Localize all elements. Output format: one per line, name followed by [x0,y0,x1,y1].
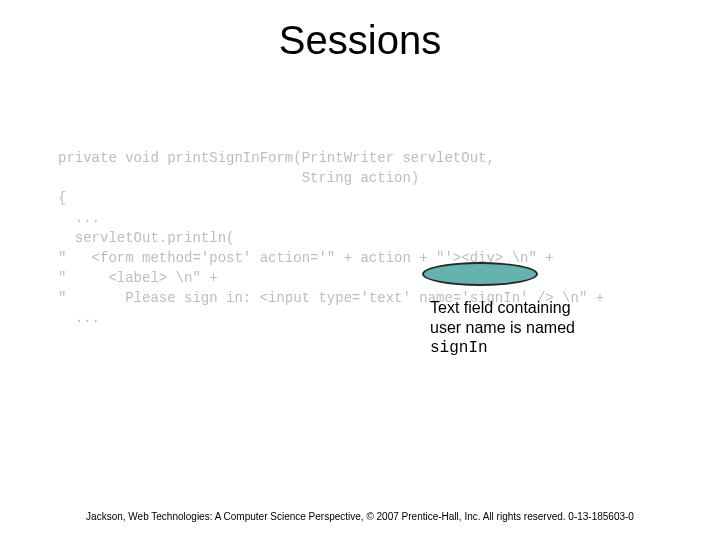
callout-text: Text field containing user name is named… [430,298,575,358]
callout-line-2: user name is named [430,318,575,338]
code-line-3: { [58,190,66,206]
code-line-1: private void printSignInForm(PrintWriter… [58,150,495,166]
highlight-oval [422,262,538,286]
code-line-2: String action) [58,170,419,186]
code-line-4: ... [58,210,100,226]
slide: Sessions private void printSignInForm(Pr… [0,0,720,540]
code-line-9: ... [58,310,100,326]
code-line-7: " <label> \n" + [58,270,218,286]
callout-line-1: Text field containing [430,298,575,318]
footer-citation: Jackson, Web Technologies: A Computer Sc… [0,511,720,522]
code-line-5: servletOut.println( [58,230,234,246]
slide-title: Sessions [0,18,720,63]
callout-mono: signIn [430,338,575,358]
